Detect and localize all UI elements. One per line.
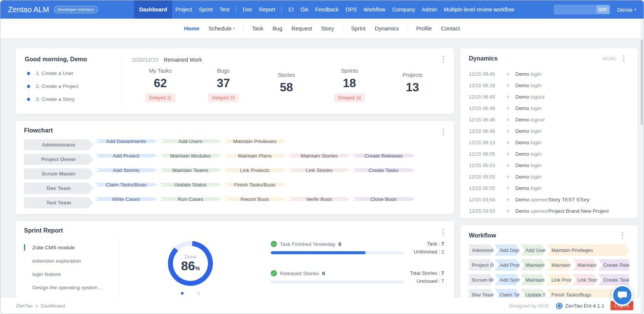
flow-step[interactable]: Finish Tasks/Bugs — [223, 183, 286, 186]
search-go-button[interactable]: GO! — [596, 5, 610, 14]
card-menu-icon[interactable] — [621, 231, 624, 240]
dynamics-entry: 12/15 06:46 Demologin — [469, 125, 631, 137]
subnav-item-request[interactable]: Request — [287, 26, 316, 32]
flow-step[interactable]: Link Projects — [547, 274, 572, 285]
step-create-user[interactable]: 1. Create a User — [27, 70, 121, 76]
flow-step[interactable]: Add Departments — [495, 244, 520, 256]
nav-item-ops[interactable]: OPS — [342, 0, 360, 19]
stat-value[interactable]: 13 — [396, 81, 429, 94]
flow-step[interactable]: Maintain Plans — [223, 154, 286, 158]
flow-step[interactable]: Maintain Modules — [159, 154, 222, 158]
sprint-item-login-feature[interactable]: login feature — [24, 268, 120, 281]
card-menu-icon[interactable] — [442, 128, 445, 136]
flow-step[interactable]: Create Releases — [598, 259, 629, 271]
flow-step[interactable]: Maintain Stories — [572, 259, 598, 271]
card-menu-icon[interactable] — [622, 54, 625, 63]
sprint-item-zsite-cms[interactable]: Zsite CMS module — [24, 241, 120, 254]
nav-item-oa[interactable]: OA — [297, 0, 312, 19]
nav-item-feedback[interactable]: Feedback — [312, 0, 342, 19]
nav-item-sprint[interactable]: Sprint — [195, 0, 216, 19]
flow-step[interactable]: Claim Tasks/Bugs — [94, 183, 158, 186]
subnav-item-bug[interactable]: Bug — [268, 26, 287, 32]
flow-step[interactable]: Add Users — [159, 139, 222, 143]
card-menu-icon[interactable] — [442, 228, 445, 236]
flow-step[interactable]: Add Project — [94, 154, 158, 158]
flow-step[interactable]: Maintain Privileges — [223, 139, 286, 143]
entry-text: Demologin — [515, 128, 542, 134]
flow-step[interactable]: Add Users — [521, 244, 546, 256]
nav-item-doc[interactable]: Doc — [239, 0, 256, 19]
nav-item-dashboard[interactable]: Dashboard — [134, 0, 172, 19]
flow-step[interactable]: Maintain Privileges — [547, 244, 629, 256]
card-menu-icon[interactable] — [442, 55, 445, 64]
sprint-item-design-os[interactable]: Design the operating system… — [24, 281, 120, 294]
subnav-item-schedule[interactable]: Schedule ▾ — [204, 26, 240, 32]
flow-step[interactable]: Close Bugs — [352, 197, 415, 201]
sprint-item-extension-exploration[interactable]: extension exploration — [24, 254, 120, 268]
sprint-report-title: Sprint Report — [24, 227, 446, 234]
search-input[interactable] — [555, 7, 596, 13]
stat-value[interactable]: 62 — [144, 77, 177, 90]
flow-step[interactable]: Maintain Plans — [547, 259, 572, 271]
flow-step[interactable]: Maintain Modules — [521, 259, 546, 271]
scrollbar-track[interactable] — [640, 19, 643, 313]
user-menu[interactable]: Demo ▾ — [617, 6, 636, 13]
step-create-story[interactable]: 3. Create a Story — [27, 96, 121, 102]
flow-step[interactable]: Report Bugs — [223, 197, 286, 201]
subnav-item-dynamics[interactable]: Dynamics — [370, 26, 404, 32]
nav-item-ci[interactable]: CI — [285, 0, 297, 19]
flow-step[interactable]: Add Sprints — [94, 168, 158, 172]
nav-item-test[interactable]: Test — [216, 0, 233, 19]
nav-item-report[interactable]: Report — [256, 0, 278, 19]
remained-work-panel: 2020/12/15 Remained Work My Tasks 62 Del… — [121, 56, 445, 107]
delayed-badge: Delayed 18 — [334, 94, 364, 102]
flow-step[interactable]: Update Status — [159, 183, 222, 186]
flow-step[interactable]: Run Cases — [159, 197, 222, 201]
breadcrumb-root[interactable]: ZenTao — [16, 303, 32, 309]
flow-step[interactable]: Maintain Teams — [159, 168, 222, 172]
flow-step[interactable]: Add Sprints — [495, 274, 520, 285]
entry-time: 12/15 03:54 — [469, 197, 502, 202]
step-create-project[interactable]: 2. Create a Project — [27, 83, 121, 89]
nav-item-company[interactable]: Company — [389, 0, 419, 19]
donut-value: 86% — [181, 260, 200, 273]
flow-step[interactable]: Maintain Stories — [288, 154, 351, 158]
flow-step[interactable]: Add Project — [495, 259, 520, 271]
flow-step[interactable]: Create Releases — [352, 154, 415, 158]
stat-label: My Tasks — [144, 68, 177, 74]
flow-step[interactable]: Link Projects — [223, 168, 286, 172]
flow-step[interactable]: Create Tasks — [352, 168, 415, 172]
entry-time: 12/15 03:53 — [469, 208, 502, 214]
subnav-item-story[interactable]: Story — [316, 26, 339, 32]
brand-logo[interactable]: Zentao ALM — [8, 5, 49, 14]
flow-step[interactable]: Verify Bugs — [288, 197, 351, 201]
designed-by-label[interactable]: Designed by AIUX — [509, 303, 549, 309]
nav-item-project[interactable]: Project — [172, 0, 196, 19]
chat-bubble-button[interactable] — [612, 285, 633, 306]
nav-item-workflow[interactable]: Workflow — [360, 0, 389, 19]
task-finished-label: Task Finished Yesterday — [280, 241, 336, 247]
stat-value[interactable]: 58 — [270, 81, 303, 94]
flowchart-row-administrator: Administrator Add Departments Add Users … — [24, 139, 446, 150]
nav-item-multilevel-review[interactable]: Multiple-level review workflow — [441, 0, 518, 19]
subnav-item-contact[interactable]: Contact — [436, 26, 465, 32]
stat-value[interactable]: 37 — [207, 77, 240, 90]
dynamics-entry: 12/15 06:46 Demologout — [469, 114, 631, 125]
subnav-item-home[interactable]: Home — [179, 26, 204, 32]
subnav-item-task[interactable]: Task — [248, 26, 268, 32]
dynamics-entry: 12/15 05:03 Demologin — [469, 159, 631, 171]
more-link[interactable]: MORE — [603, 56, 616, 61]
scrollbar-thumb[interactable] — [641, 40, 643, 125]
stat-value[interactable]: 18 — [333, 77, 366, 90]
flow-step[interactable]: Create Tasks — [598, 274, 629, 285]
subnav-item-profile[interactable]: Profile — [412, 26, 436, 32]
flow-step[interactable]: Write Cases — [94, 197, 158, 201]
flow-step[interactable]: Link Stories — [572, 274, 598, 285]
step-label: 1. Create a User — [36, 70, 74, 76]
subnav-item-sprint[interactable]: Sprint — [347, 26, 370, 32]
flow-step[interactable]: Link Stories — [288, 168, 351, 172]
flow-step[interactable]: Maintain Teams — [521, 274, 546, 285]
task-progress-bar — [271, 251, 404, 254]
flow-step[interactable]: Add Departments — [94, 139, 158, 143]
nav-item-admin[interactable]: Admin — [419, 0, 441, 19]
